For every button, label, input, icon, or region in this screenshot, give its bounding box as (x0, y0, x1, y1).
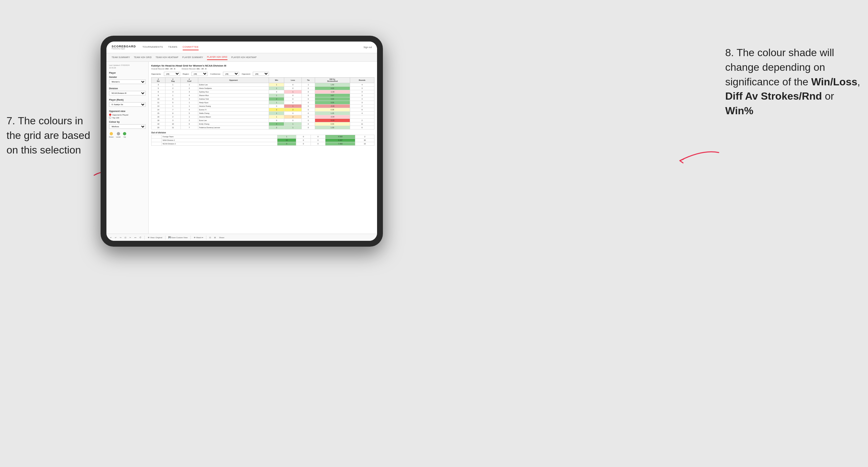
view-original-button[interactable]: 👁 View: Original (147, 236, 163, 239)
sub-nav-player-h2h-grid[interactable]: PLAYER H2H GRID (207, 55, 227, 60)
cell-opponent: Jessica Huang (198, 104, 269, 108)
cell-win: 2 (269, 108, 284, 112)
nav-committee[interactable]: COMMITTEE (183, 44, 199, 50)
colour-by-select[interactable]: Win/loss (109, 124, 146, 129)
cell-win: 1 (269, 101, 284, 104)
ood-cell-tie: 0 (311, 138, 326, 142)
opponents-filter-select[interactable]: (All) (164, 72, 180, 76)
conference-filter-select[interactable]: (All) (223, 72, 239, 76)
grid2-button[interactable]: ⊞ (213, 236, 217, 239)
cell-loss: 0 (284, 83, 302, 87)
col-header-loss: Loss (284, 77, 302, 83)
layout-button[interactable]: ⊡ (208, 236, 212, 239)
cell-conf: 2 (181, 87, 198, 90)
col-header-diff: Diff AvStrokes/Rnd (315, 77, 350, 83)
cell-conf: 6 (181, 122, 198, 126)
cell-loss: 2 (284, 115, 302, 119)
cell-tie: 0 (302, 119, 315, 122)
radio-group-opponent: Opponents Played Top 100 (109, 114, 146, 119)
annotation-right-text: 8. The colour shade will change dependin… (725, 47, 860, 117)
out-of-division-header: Out of division (151, 131, 374, 134)
cell-conf: 7 (181, 126, 198, 129)
cell-reg: 1 (165, 94, 181, 97)
main-data-table: #Div #Reg #Conf Opponent Win Loss Tie Di… (151, 77, 374, 129)
cell-div: 14 (152, 108, 165, 112)
watch-button[interactable]: 👁 Watch ▾ (193, 236, 204, 239)
ood-cell-win: 15 (277, 138, 296, 142)
logo-sub: Powered by clippd (112, 48, 136, 50)
undo-button[interactable]: ↩ (109, 236, 113, 239)
nav-sign-out[interactable]: Sign out (364, 46, 372, 49)
radio-opponents-played[interactable]: Opponents Played (109, 114, 146, 116)
annotation-left: 7. The colours in the grid are based on … (6, 114, 91, 157)
radio-top-100[interactable]: Top 100 (109, 117, 146, 119)
more-button[interactable]: ••• (133, 236, 137, 239)
nav-teams[interactable]: TEAMS (168, 44, 177, 50)
cell-reg: 2 (165, 115, 181, 119)
gender-select[interactable]: Women's (109, 80, 146, 84)
cell-tie: 0 (302, 101, 315, 104)
cell-loss: 1 (284, 104, 302, 108)
cell-div: 3 (152, 83, 165, 87)
redo-button[interactable]: ↪ (119, 236, 122, 239)
save-custom-view-button[interactable]: 💾 Save Custom View (167, 236, 188, 239)
cell-loss: 0 (284, 94, 302, 97)
cell-win: 0 (269, 104, 284, 108)
bottom-toolbar: ↩ ↩ ↪ ⊡ ✂ ••• ⏱ 👁 View: Original 💾 Save … (106, 234, 377, 241)
cell-opponent: Heejo Hyun (198, 101, 269, 104)
region-filter-select[interactable]: (All) (191, 72, 208, 76)
grid-area: Katelyn Vo Head-to-Head Grid for Women's… (149, 62, 377, 234)
ood-cell-tie: 0 (311, 142, 326, 146)
cell-tie: 0 (302, 90, 315, 94)
grid-header: Katelyn Vo Head-to-Head Grid for Women's… (151, 64, 374, 70)
cell-div: 10 (152, 97, 165, 101)
cell-rounds: 6 (350, 126, 374, 129)
share-button[interactable]: Share (218, 236, 225, 239)
cell-reg: 3 (165, 90, 181, 94)
cell-opponent: Sharon Mun (198, 94, 269, 97)
cell-reg: 8 (165, 112, 181, 115)
cell-diff: 3.67 (315, 94, 350, 97)
grid-button[interactable]: ⊡ (124, 236, 127, 239)
cut-button[interactable]: ✂ (128, 236, 132, 239)
timer-button[interactable]: ⏱ (138, 236, 143, 239)
col-header-rounds: Rounds (350, 77, 374, 83)
player-rank-label: Player (Rank) (109, 99, 146, 101)
sub-nav-team-h2h-heatmap[interactable]: TEAM H2H HEATMAP (155, 55, 178, 60)
opponent-filter-select[interactable]: (All) (253, 72, 269, 76)
ood-cell-loss: 0 (296, 142, 311, 146)
cell-rounds: 4 (350, 112, 374, 115)
colour-by-label: Colour by (109, 121, 146, 123)
cell-opponent: Alexis Sudijanto (198, 87, 269, 90)
ood-cell-loss: 0 (296, 135, 311, 138)
cell-loss: 1 (284, 126, 302, 129)
sub-nav-team-summary[interactable]: TEAM SUMMARY (112, 55, 130, 60)
ood-table-row: Foreign Team 1 0 0 4.500 2 (152, 135, 374, 138)
nav-tournaments[interactable]: TOURNAMENTS (143, 44, 163, 50)
cell-loss: 0 (284, 119, 302, 122)
sub-nav-player-summary[interactable]: PLAYER SUMMARY (182, 55, 203, 60)
table-row: 3 1 1 Esther Lee 1 0 1 1.50 4 (152, 83, 374, 87)
player-rank-select[interactable]: 8. Katelyn Vo (109, 102, 146, 107)
cell-opponent: Stella Cheng (198, 112, 269, 115)
table-row: 15 8 5 Stella Cheng 1 0 0 1.25 4 (152, 112, 374, 115)
color-dot-level (117, 132, 120, 135)
cell-div: 19 (152, 122, 165, 126)
ood-cell-team: Foreign Team (162, 135, 277, 138)
cell-div: 9 (152, 94, 165, 97)
cell-reg: 3 (165, 119, 181, 122)
cell-tie: 0 (302, 104, 315, 108)
annotation-right: 8. The colour shade will change dependin… (725, 45, 862, 118)
color-dot-up (123, 132, 126, 135)
cell-tie: 0 (302, 115, 315, 119)
cell-win: 2 (269, 97, 284, 101)
division-select[interactable]: NCAA Division III (109, 91, 146, 95)
opponent-filter-label: Opponent (242, 73, 250, 75)
undo2-button[interactable]: ↩ (114, 236, 118, 239)
sub-nav-player-h2h-heatmap[interactable]: PLAYER H2H HEATMAP (231, 55, 257, 60)
cell-reg: 2 (165, 87, 181, 90)
sub-nav-team-h2h-grid[interactable]: TEAM H2H GRID (134, 55, 152, 60)
grid-title: Katelyn Vo Head-to-Head Grid for Women's… (151, 64, 374, 67)
cell-opponent: Sydney Kuo (198, 90, 269, 94)
color-legend: Down Level Up (109, 132, 146, 138)
